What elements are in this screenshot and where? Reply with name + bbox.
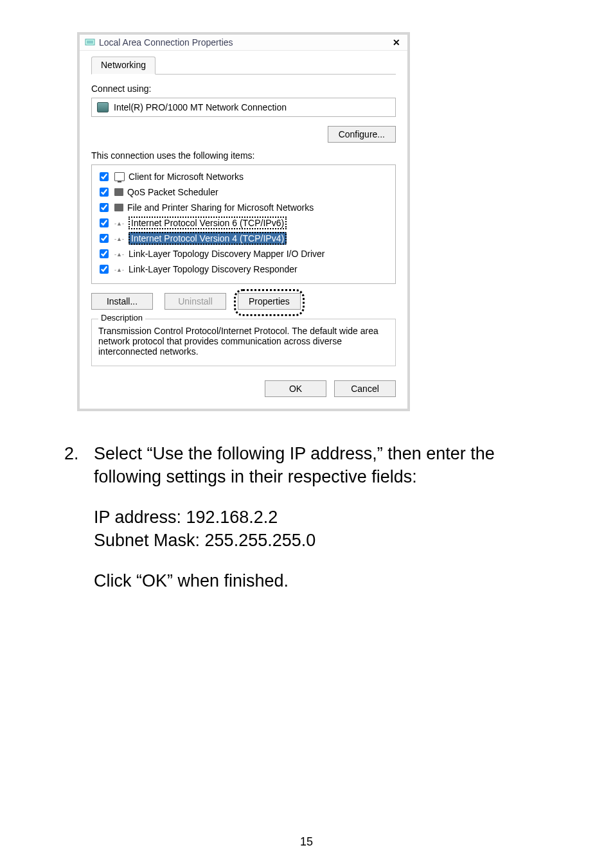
protocol-label: Client for Microsoft Networks (129, 172, 244, 182)
ok-button[interactable]: OK (265, 380, 326, 397)
ip-settings-block: IP address: 192.168.2.2 Subnet Mask: 255… (94, 506, 549, 592)
footer-row: OK Cancel (91, 380, 396, 397)
protocol-label: Link-Layer Topology Discovery Responder (129, 264, 298, 274)
cancel-button[interactable]: Cancel (334, 380, 396, 397)
adapter-box: Intel(R) PRO/1000 MT Network Connection (91, 98, 396, 117)
scheduler-icon (114, 188, 123, 196)
description-group: Description Transmission Control Protoco… (91, 319, 396, 366)
uninstall-button: Uninstall (164, 293, 226, 310)
lltd-responder-icon (114, 265, 125, 274)
ip-address-line: IP address: 192.168.2.2 (94, 506, 549, 529)
checkbox[interactable] (100, 265, 109, 274)
dialog-title: Local Area Connection Properties (99, 37, 233, 48)
step-body: Select “Use the following IP address,” t… (94, 442, 549, 506)
checkbox[interactable] (100, 203, 109, 212)
instructions: 2. Select “Use the following IP address,… (64, 442, 549, 592)
network-card-icon (85, 37, 95, 48)
items-box: Client for Microsoft Networks QoS Packet… (91, 164, 396, 284)
protocol-label: Internet Protocol Version 4 (TCP/IPv4) (129, 232, 287, 245)
configure-row: Configure... (91, 126, 396, 143)
protocol-label: QoS Packet Scheduler (127, 187, 218, 197)
client-icon (114, 172, 125, 181)
checkbox[interactable] (100, 234, 109, 243)
description-legend: Description (98, 313, 145, 323)
click-ok-line: Click “OK” when finished. (94, 569, 549, 592)
step-2-row: 2. Select “Use the following IP address,… (64, 442, 549, 506)
lltd-mapper-icon (114, 249, 125, 258)
properties-button[interactable]: Properties (238, 293, 301, 310)
checkbox[interactable] (100, 172, 109, 181)
protocol-label: File and Printer Sharing for Microsoft N… (127, 202, 314, 213)
protocol-label: Internet Protocol Version 6 (TCP/IPv6) (129, 217, 287, 229)
protocol-label: Link-Layer Topology Discovery Mapper I/O… (129, 249, 325, 259)
protocol-item[interactable]: Client for Microsoft Networks (96, 169, 391, 184)
connect-using-label: Connect using: (91, 84, 396, 94)
checkbox[interactable] (100, 249, 109, 258)
step-number: 2. (64, 442, 94, 506)
adapter-name: Intel(R) PRO/1000 MT Network Connection (114, 102, 287, 112)
protocol-item[interactable]: QoS Packet Scheduler (96, 184, 391, 200)
dialog-body: Networking Connect using: Intel(R) PRO/1… (80, 51, 407, 409)
subnet-mask-line: Subnet Mask: 255.255.255.0 (94, 529, 549, 552)
adapter-icon (97, 102, 109, 112)
local-area-connection-properties-dialog: Local Area Connection Properties ✕ Netwo… (77, 32, 410, 411)
properties-button-wrap: Properties (238, 293, 301, 310)
close-button[interactable]: ✕ (389, 37, 404, 48)
action-row: Install... Uninstall Properties (91, 293, 396, 310)
tab-row: Networking (91, 56, 396, 75)
checkbox[interactable] (100, 218, 109, 227)
svg-rect-1 (87, 40, 93, 44)
titlebar: Local Area Connection Properties ✕ (80, 35, 407, 51)
ipv4-icon (114, 234, 125, 243)
ipv6-icon (114, 218, 125, 227)
description-text: Transmission Control Protocol/Internet P… (98, 326, 389, 357)
titlebar-left: Local Area Connection Properties (85, 37, 233, 48)
protocol-item[interactable]: Internet Protocol Version 6 (TCP/IPv6) (96, 215, 391, 231)
checkbox[interactable] (100, 188, 109, 197)
protocol-item[interactable]: File and Printer Sharing for Microsoft N… (96, 200, 391, 215)
step-text: Select “Use the following IP address,” t… (94, 442, 549, 489)
items-label: This connection uses the following items… (91, 150, 396, 161)
install-button[interactable]: Install... (91, 293, 153, 310)
configure-button[interactable]: Configure... (328, 126, 396, 143)
page-number: 15 (0, 835, 613, 849)
share-icon (114, 204, 123, 211)
protocol-item-ipv4[interactable]: Internet Protocol Version 4 (TCP/IPv4) (96, 231, 391, 246)
protocol-item[interactable]: Link-Layer Topology Discovery Responder (96, 261, 391, 277)
tab-networking[interactable]: Networking (91, 57, 155, 75)
protocol-item[interactable]: Link-Layer Topology Discovery Mapper I/O… (96, 246, 391, 261)
